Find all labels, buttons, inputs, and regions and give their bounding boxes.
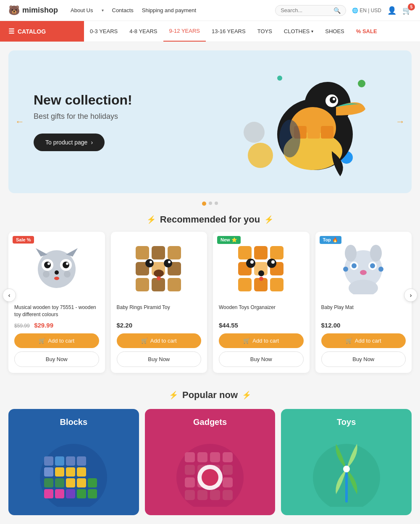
about-us-link[interactable]: About Us [71, 7, 93, 13]
about-us-chevron: ▾ [102, 8, 104, 13]
catalog-button[interactable]: ☰ CATALOG [0, 21, 84, 42]
hero-cta-button[interactable]: To product page › [34, 134, 105, 151]
nav-item-9-12[interactable]: 9-12 YEARS [163, 21, 206, 42]
svg-rect-92 [223, 465, 233, 475]
popular-section: ⚡ Popular now ⚡ Blocks [0, 390, 420, 515]
svg-rect-93 [185, 477, 195, 487]
deco-right: ⚡ [264, 215, 273, 224]
lang-selector[interactable]: 🌐 EN | USD [352, 8, 381, 13]
hero-subtitle: Best gifts for the holidays [34, 112, 132, 121]
nav-item-13-16[interactable]: 13-16 YEARS [206, 21, 252, 42]
blocks-illustration [32, 431, 116, 507]
catalog-nav: ☰ CATALOG 0-3 YEARS 4-8 YEARS 9-12 YEARS… [0, 21, 420, 42]
svg-rect-47 [270, 278, 284, 291]
add-to-cart-4[interactable]: 🛒 Add to cart [321, 333, 406, 348]
product-name-4: Baby Play Mat [321, 304, 406, 319]
svg-point-61 [343, 267, 348, 272]
deco-left: ⚡ [147, 215, 156, 224]
catalog-label: CATALOG [18, 28, 46, 35]
nav-item-4-8[interactable]: 4-8 YEARS [123, 21, 163, 42]
badge-sale: Sale % [13, 236, 34, 244]
buy-now-3[interactable]: Buy Now [219, 351, 304, 367]
cart-button[interactable]: 🛒 5 [402, 6, 412, 15]
svg-point-21 [43, 271, 50, 278]
svg-point-60 [370, 263, 375, 268]
recommended-title: ⚡ Recommended for you ⚡ [0, 214, 420, 225]
svg-rect-72 [44, 478, 53, 487]
cart-icon-2: 🛒 [141, 338, 148, 344]
svg-rect-79 [77, 489, 86, 498]
toucan-svg [248, 67, 374, 176]
add-to-cart-3[interactable]: 🛒 Add to cart [219, 333, 304, 348]
shipping-link[interactable]: Shipping and payment [142, 7, 196, 13]
logo[interactable]: 🐻 mimishop [8, 5, 58, 16]
svg-point-35 [150, 261, 152, 263]
svg-rect-100 [223, 490, 233, 500]
svg-point-53 [259, 277, 263, 281]
svg-rect-9 [321, 126, 333, 139]
nav-item-sale[interactable]: % SALE [350, 21, 383, 42]
search-icon[interactable]: 🔍 [333, 7, 341, 14]
add-to-cart-2[interactable]: 🛒 Add to cart [117, 333, 202, 348]
nav-item-toys[interactable]: TOYS [252, 21, 278, 42]
popular-card-gadgets[interactable]: Gadgets [145, 409, 276, 515]
hero-dot-3[interactable] [215, 202, 218, 205]
svg-point-23 [54, 277, 59, 280]
add-to-cart-1[interactable]: 🛒 Add to cart [14, 333, 99, 348]
svg-rect-66 [44, 456, 53, 466]
top-nav: 🐻 mimishop About Us ▾ Contacts Shipping … [0, 0, 420, 21]
svg-point-56 [370, 245, 382, 262]
search-input[interactable] [281, 7, 331, 13]
svg-rect-98 [197, 490, 207, 500]
svg-point-20 [55, 270, 59, 275]
popular-toys-label: Toys [337, 417, 356, 427]
svg-rect-8 [307, 126, 320, 139]
svg-point-49 [267, 259, 276, 268]
svg-rect-25 [152, 246, 165, 259]
svg-point-34 [164, 259, 172, 267]
hero-title: New collection! [34, 92, 132, 108]
svg-point-33 [145, 259, 154, 267]
nav-item-shoes[interactable]: SHOES [319, 21, 350, 42]
product-name-3: Wooden Toys Organaizer [219, 304, 304, 319]
popular-gadgets-label: Gadgets [193, 417, 227, 427]
nav-items: 0-3 YEARS 4-8 YEARS 9-12 YEARS 13-16 YEA… [84, 21, 383, 42]
contacts-link[interactable]: Contacts [112, 7, 134, 13]
globe-icon: 🌐 [352, 8, 358, 13]
price-normal-4: $12.00 [321, 322, 341, 329]
popular-card-toys[interactable]: Toys [281, 409, 412, 515]
hero-illustration [235, 67, 386, 176]
product-image-1 [14, 238, 99, 301]
hero-dot-1[interactable] [202, 202, 206, 206]
slider-arrow-left[interactable]: ‹ [3, 288, 16, 302]
slider-arrow-right[interactable]: › [404, 288, 417, 302]
nav-item-0-3[interactable]: 0-3 YEARS [84, 21, 123, 42]
hero-arrow-right[interactable]: → [396, 116, 405, 127]
gadgets-illustration [168, 431, 252, 507]
nav-item-clothes[interactable]: CLOTHES ▾ [278, 21, 319, 42]
svg-rect-81 [77, 456, 86, 466]
add-to-cart-label-4: Add to cart [355, 338, 381, 344]
buy-now-4[interactable]: Buy Now [321, 351, 406, 367]
svg-rect-73 [55, 478, 64, 487]
buy-now-1[interactable]: Buy Now [14, 351, 99, 367]
svg-rect-88 [223, 452, 233, 462]
product-card-3: New ⭐ [213, 232, 310, 373]
popular-card-blocks[interactable]: Blocks [8, 409, 139, 515]
clothes-label: CLOTHES [284, 28, 310, 34]
svg-rect-41 [270, 246, 284, 259]
hero-arrow-left[interactable]: ← [15, 116, 24, 127]
price-normal-2: $2.20 [117, 322, 133, 329]
svg-point-52 [258, 270, 264, 276]
buy-now-2[interactable]: Buy Now [117, 351, 202, 367]
svg-rect-78 [66, 489, 75, 498]
product-price-1: $59.99 $29.99 [14, 322, 99, 329]
product-image-3 [219, 238, 304, 301]
hero-dot-2[interactable] [209, 202, 212, 205]
product-price-3: $44.55 [219, 322, 304, 329]
account-icon[interactable]: 👤 [387, 6, 396, 15]
svg-rect-32 [168, 278, 181, 291]
svg-point-59 [352, 263, 357, 268]
svg-point-36 [168, 261, 171, 263]
popular-deco-left: ⚡ [169, 390, 178, 400]
